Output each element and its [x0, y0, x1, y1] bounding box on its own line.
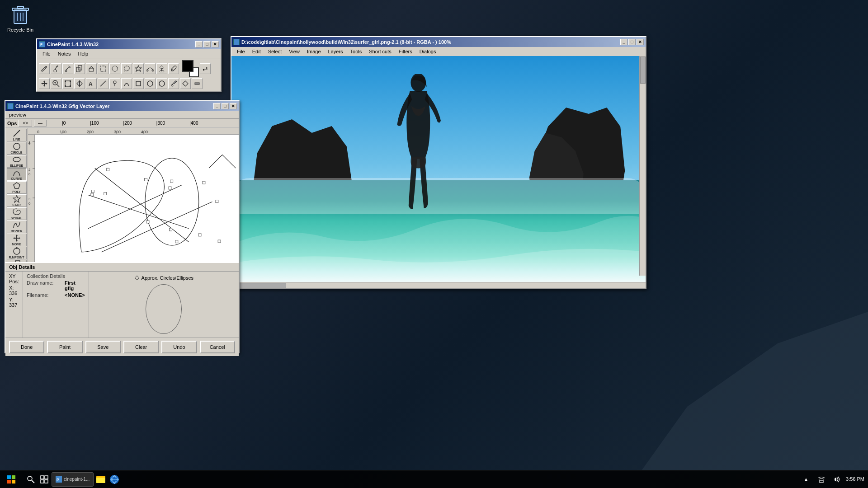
- left-tool-move[interactable]: MOVE: [7, 234, 27, 246]
- collection-details-row: Collection Details: [27, 273, 85, 279]
- tools-menu-notes[interactable]: Notes: [54, 50, 75, 57]
- image-scrollbar-horizontal[interactable]: [231, 282, 646, 288]
- tool-flip[interactable]: [74, 78, 85, 89]
- left-tool-bezier[interactable]: BEZIER: [7, 221, 27, 233]
- tool-clone[interactable]: [74, 63, 85, 74]
- tool-colorpicker2[interactable]: [168, 78, 179, 89]
- image-scrollbar-vertical[interactable]: [639, 56, 646, 276]
- tool-selection-rect[interactable]: [98, 63, 108, 74]
- tool-dodge[interactable]: [109, 78, 120, 89]
- image-titlebar[interactable]: D:\code\gitlab\Cinepaint\hollywood\build…: [231, 37, 646, 47]
- tool-bezier-select[interactable]: [145, 63, 156, 74]
- tool-brush[interactable]: [51, 63, 61, 74]
- image-menu-layers[interactable]: Layers: [325, 48, 347, 55]
- color-foreground[interactable]: [182, 60, 193, 72]
- image-menu-filters[interactable]: Filters: [395, 48, 416, 55]
- tool-zoom[interactable]: [51, 78, 61, 89]
- svg-rect-32: [70, 85, 71, 87]
- tool-lasso[interactable]: [121, 63, 132, 74]
- tool-ellipse-select2[interactable]: [145, 78, 156, 89]
- image-minimize-button[interactable]: _: [620, 39, 627, 45]
- clear-button[interactable]: Clear: [123, 341, 159, 353]
- tray-volume[interactable]: [830, 473, 843, 486]
- search-icon: [27, 475, 35, 483]
- image-menu-dialogs[interactable]: Dialogs: [416, 48, 440, 55]
- ruler-horizontal: 0 100 200 300 400: [28, 128, 239, 135]
- tools-minimize-button[interactable]: _: [195, 41, 203, 47]
- tool-fuzzy-select[interactable]: [133, 63, 144, 74]
- image-menu-image[interactable]: Image: [303, 48, 325, 55]
- vector-maximize-button[interactable]: □: [222, 103, 229, 109]
- tool-transform[interactable]: [62, 78, 73, 89]
- left-tool-curve[interactable]: CURVE: [7, 168, 27, 181]
- recycle-bin[interactable]: Recycle Bin: [0, 0, 41, 36]
- tool-circle-select[interactable]: [156, 78, 167, 89]
- tool-selection-ellipse[interactable]: [109, 63, 120, 74]
- drawing-canvas[interactable]: 0 100 200 300 400 1: [28, 128, 239, 262]
- tools-titlebar[interactable]: P CinePaint 1.4.3-Win32 _ □ ✕: [37, 39, 221, 49]
- image-menu-edit[interactable]: Edit: [249, 48, 264, 55]
- tools-maximize-button[interactable]: □: [203, 41, 211, 47]
- left-tool-star[interactable]: STAR: [7, 194, 27, 207]
- tool-measure[interactable]: [98, 78, 108, 89]
- image-close-button[interactable]: ✕: [637, 39, 644, 45]
- scrollbar-thumb-h[interactable]: [232, 283, 286, 288]
- image-menu-shortcuts[interactable]: Short cuts: [365, 48, 395, 55]
- color-selector[interactable]: [182, 60, 199, 77]
- vector-drawing[interactable]: [35, 135, 239, 262]
- left-tool-poly[interactable]: POLY: [7, 181, 27, 194]
- svg-rect-93: [107, 168, 109, 171]
- image-menu-view[interactable]: View: [285, 48, 303, 55]
- taskbar-app-3[interactable]: [108, 473, 121, 486]
- tool-move[interactable]: [39, 78, 50, 89]
- taskbar-search[interactable]: [24, 473, 37, 486]
- left-tool-rimpoint[interactable]: R.MPOINT: [7, 247, 27, 259]
- left-tool-ellipse[interactable]: ELLIPSE: [7, 155, 27, 168]
- start-button[interactable]: [0, 470, 23, 488]
- tray-network[interactable]: [815, 473, 828, 486]
- taskbar-app-2[interactable]: [94, 473, 107, 486]
- paint-button[interactable]: Paint: [47, 341, 82, 353]
- tools-menu-file[interactable]: File: [39, 50, 54, 57]
- tool-airbrush[interactable]: [62, 63, 73, 74]
- tool-heal[interactable]: [180, 78, 191, 89]
- ops-nav-next[interactable]: —: [34, 120, 47, 127]
- image-menu-tools[interactable]: Tools: [347, 48, 366, 55]
- image-menu-file[interactable]: File: [233, 48, 249, 55]
- undo-button[interactable]: Undo: [161, 341, 197, 353]
- tools-close-button[interactable]: ✕: [212, 41, 219, 47]
- tool-extra[interactable]: [192, 78, 203, 89]
- save-button[interactable]: Save: [85, 341, 121, 353]
- left-tool-circle[interactable]: CIRCLE: [7, 142, 27, 155]
- image-canvas[interactable]: [231, 56, 646, 282]
- done-button[interactable]: Done: [9, 341, 44, 353]
- canvas-content[interactable]: [35, 135, 239, 262]
- vector-minimize-button[interactable]: _: [213, 103, 221, 109]
- vector-titlebar[interactable]: CinePaint 1.4.3-Win32 Gfig Vector Layer …: [5, 101, 239, 111]
- left-tool-spiral[interactable]: SPIRAL: [7, 207, 27, 220]
- scrollbar-thumb-v[interactable]: [640, 56, 646, 84]
- tool-swap-colors[interactable]: ⇄: [200, 63, 211, 74]
- taskbar-task-view[interactable]: [38, 473, 51, 486]
- image-menu-select[interactable]: Select: [264, 48, 286, 55]
- taskbar-clock[interactable]: 3:56 PM: [846, 476, 864, 482]
- tool-convolve[interactable]: [121, 78, 132, 89]
- vector-window-icon: [7, 103, 14, 109]
- left-tool-line[interactable]: LINE: [7, 129, 27, 141]
- tool-rect-select2[interactable]: [133, 78, 144, 89]
- tool-text[interactable]: A: [86, 78, 97, 89]
- cancel-button[interactable]: Cancel: [200, 341, 235, 353]
- tool-eraser[interactable]: [86, 63, 97, 74]
- tool-paint-bucket[interactable]: [156, 63, 167, 74]
- vector-close-button[interactable]: ✕: [230, 103, 237, 109]
- tray-chevron[interactable]: ▲: [800, 473, 812, 486]
- image-maximize-button[interactable]: □: [628, 39, 636, 45]
- taskbar-cinepaint[interactable]: P cinepaint-1...: [52, 472, 94, 487]
- tools-menu-help[interactable]: Help: [74, 50, 92, 57]
- ops-nav-prev[interactable]: <>: [19, 120, 32, 127]
- tool-eyedropper[interactable]: [168, 63, 179, 74]
- tool-pencil[interactable]: [39, 63, 50, 74]
- taskbar-right: ▲ 3:56 PM: [796, 473, 868, 486]
- svg-point-12: [70, 67, 71, 68]
- svg-rect-29: [65, 80, 66, 82]
